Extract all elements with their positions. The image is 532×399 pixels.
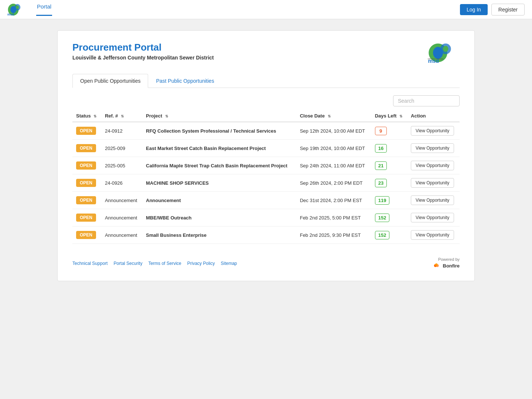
cell-ref-2: 2025-005 [101,157,142,174]
footer-technical-support[interactable]: Technical Support [72,261,108,266]
footer-sitemap[interactable]: Sitemap [221,261,237,266]
cell-close-date-4: Dec 31st 2024, 2:00 PM EST [296,192,371,209]
portal-subtitle: Louisville & Jefferson County Metropolit… [72,55,214,61]
logo-area: msd [7,3,25,16]
svg-point-3 [16,5,19,9]
cell-days-left-3: 23 [371,174,407,192]
table-row: OPEN Announcement Small Business Enterpr… [72,226,460,244]
login-button[interactable]: Log In [460,4,488,15]
status-badge-0: OPEN [76,127,96,135]
status-badge-1: OPEN [76,144,96,152]
sort-days-left-icon: ⇅ [399,114,402,118]
days-badge-4: 119 [375,196,390,205]
cell-status-4: OPEN [72,192,101,209]
status-badge-5: OPEN [76,214,96,222]
days-badge-0: 9 [375,127,387,135]
cell-action-2: View Opportunity [407,157,460,174]
cell-ref-6: Announcement [101,226,142,244]
powered-by-label: Powered by [433,257,460,262]
cell-days-left-0: 9 [371,122,407,140]
cell-status-2: OPEN [72,157,101,174]
bonfire-logo: Bonfire [433,262,460,270]
top-navigation: msd Portal Log In Register [0,0,532,19]
cell-days-left-4: 119 [371,192,407,209]
svg-text:safe.clean.waterways: safe.clean.waterways [428,58,444,60]
portal-msd-logo: msd safe.clean.waterways [426,42,460,64]
cell-close-date-5: Feb 2nd 2025, 5:00 PM EST [296,209,371,226]
cell-project-6: Small Business Enterprise [142,226,296,244]
status-badge-2: OPEN [76,161,96,170]
portal-footer: Technical Support Portal Security Terms … [72,253,460,270]
days-badge-6: 152 [375,231,390,239]
col-ref[interactable]: Ref. # ⇅ [101,110,142,122]
col-days-left-label: Days Left [375,113,397,119]
cell-ref-4: Announcement [101,192,142,209]
cell-close-date-6: Feb 2nd 2025, 9:30 PM EST [296,226,371,244]
cell-close-date-0: Sep 12th 2024, 10:00 AM EDT [296,122,371,140]
cell-action-6: View Opportunity [407,226,460,244]
table-body: OPEN 24-0912 RFQ Collection System Profe… [72,122,460,244]
svg-point-8 [443,46,448,52]
portal-header: Procurement Portal Louisville & Jefferso… [72,42,460,65]
sort-ref-icon: ⇅ [121,114,124,118]
cell-project-3: MACHINE SHOP SERVICES [142,174,296,192]
tab-open-public[interactable]: Open Public Opportunities [72,74,148,88]
powered-by-area: Powered by Bonfire [433,257,460,270]
portal-nav-link[interactable]: Portal [36,3,52,16]
footer-terms-of-service[interactable]: Terms of Service [148,261,181,266]
cell-days-left-6: 152 [371,226,407,244]
cell-status-5: OPEN [72,209,101,226]
table-row: OPEN 24-0912 RFQ Collection System Profe… [72,122,460,140]
cell-project-0: RFQ Collection System Professional / Tec… [142,122,296,140]
cell-status-6: OPEN [72,226,101,244]
status-badge-6: OPEN [76,231,96,239]
col-project[interactable]: Project ⇅ [142,110,296,122]
view-opportunity-button-6[interactable]: View Opportunity [411,230,454,240]
sort-status-icon: ⇅ [93,114,96,118]
register-button[interactable]: Register [491,4,525,16]
search-area [72,95,460,106]
days-badge-3: 23 [375,179,387,187]
col-close-date-label: Close Date [300,113,325,119]
cell-close-date-3: Sep 26th 2024, 2:00 PM EDT [296,174,371,192]
cell-action-1: View Opportunity [407,140,460,157]
cell-action-4: View Opportunity [407,192,460,209]
opportunities-table: Status ⇅ Ref. # ⇅ Project ⇅ Close Date ⇅ [72,110,460,244]
view-opportunity-button-1[interactable]: View Opportunity [411,143,454,153]
cell-status-3: OPEN [72,174,101,192]
bonfire-label: Bonfire [443,263,460,269]
table-header: Status ⇅ Ref. # ⇅ Project ⇅ Close Date ⇅ [72,110,460,122]
table-row: OPEN Announcement MBE/WBE Outreach Feb 2… [72,209,460,226]
nav-left: msd Portal [7,3,52,16]
view-opportunity-button-0[interactable]: View Opportunity [411,126,454,136]
cell-ref-3: 24-0926 [101,174,142,192]
col-action: Action [407,110,460,122]
col-status[interactable]: Status ⇅ [72,110,101,122]
bonfire-icon [433,262,441,270]
portal-logo-area: msd safe.clean.waterways [426,42,460,65]
sort-close-date-icon: ⇅ [328,114,331,118]
tabs: Open Public Opportunities Past Public Op… [72,74,460,88]
days-badge-2: 21 [375,161,387,170]
col-action-label: Action [411,113,426,119]
cell-action-0: View Opportunity [407,122,460,140]
portal-title: Procurement Portal [72,42,214,53]
col-close-date[interactable]: Close Date ⇅ [296,110,371,122]
col-ref-label: Ref. # [105,113,118,119]
view-opportunity-button-5[interactable]: View Opportunity [411,213,454,222]
view-opportunity-button-3[interactable]: View Opportunity [411,178,454,188]
nav-right: Log In Register [460,4,525,16]
table-row: OPEN 2025-009 East Market Street Catch B… [72,140,460,157]
col-days-left[interactable]: Days Left ⇅ [371,110,407,122]
footer-portal-security[interactable]: Portal Security [113,261,142,266]
search-input[interactable] [393,95,460,106]
tab-past-public[interactable]: Past Public Opportunities [148,74,222,88]
msd-logo-icon: msd [7,3,25,16]
portal-card: Procurement Portal Louisville & Jefferso… [57,30,475,281]
portal-header-text: Procurement Portal Louisville & Jefferso… [72,42,214,61]
footer-privacy-policy[interactable]: Privacy Policy [187,261,215,266]
view-opportunity-button-2[interactable]: View Opportunity [411,161,454,170]
cell-project-5: MBE/WBE Outreach [142,209,296,226]
view-opportunity-button-4[interactable]: View Opportunity [411,195,454,205]
cell-project-1: East Market Street Catch Basin Replaceme… [142,140,296,157]
